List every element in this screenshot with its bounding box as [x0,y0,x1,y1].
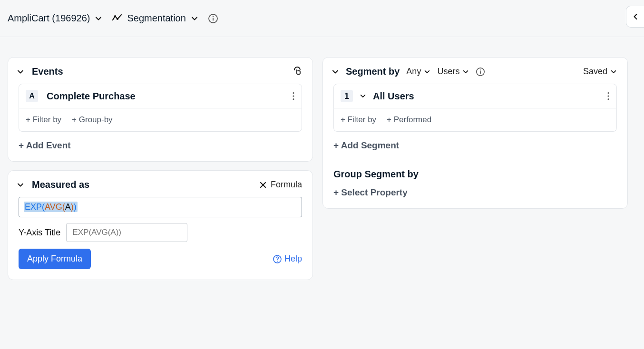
segment-filter-by-button[interactable]: + Filter by [341,115,376,125]
segment-title: Segment by [346,66,400,77]
segment-users-dropdown[interactable]: Users [437,67,469,77]
event-more-button[interactable] [292,92,295,100]
formula-input[interactable]: EXP(AVG(A)) [19,197,302,217]
performed-button[interactable]: + Performed [387,115,431,125]
select-property-button[interactable]: + Select Property [323,184,627,208]
measured-title: Measured as [32,179,89,190]
chevron-down-icon[interactable] [360,93,366,99]
svg-point-6 [293,95,294,97]
chevron-down-icon[interactable] [17,68,24,76]
formula-toggle-button[interactable]: Formula [259,180,302,190]
segment-filter-row: + Filter by + Performed [333,108,617,132]
segment-card: Segment by Any Users Saved [322,57,628,209]
segment-info-button[interactable] [476,67,485,77]
tap-icon [293,67,302,77]
project-label: AmpliCart (196926) [8,13,90,24]
segment-more-button[interactable] [607,92,610,100]
help-icon [273,255,282,263]
add-segment-button[interactable]: + Add Segment [323,132,627,161]
help-label: Help [284,254,302,264]
chevron-down-icon [424,68,430,75]
y-axis-title-label: Y-Axis Title [19,228,60,238]
svg-point-13 [607,92,609,94]
info-icon [208,13,218,24]
chart-type-selector[interactable]: Segmentation [112,13,198,24]
filter-by-button[interactable]: + Filter by [26,115,61,125]
apply-formula-button[interactable]: Apply Formula [19,249,91,269]
users-label: Users [437,67,459,77]
add-event-button[interactable]: + Add Event [8,132,312,161]
chevron-down-icon [462,68,469,75]
formula-token-avg: AVG( [45,202,65,212]
events-action-button[interactable] [293,67,302,77]
chevron-down-icon [191,15,198,22]
group-by-button[interactable]: + Group-by [72,115,113,125]
collapse-right-panel-button[interactable] [626,6,644,28]
svg-point-5 [293,92,294,94]
event-letter-badge: A [26,90,38,102]
segmentation-icon [112,13,122,24]
formula-label: Formula [271,180,302,190]
svg-point-1 [117,18,118,20]
topbar: AmpliCart (196926) Segmentation [0,0,644,37]
formula-token-close2: ) [74,202,77,212]
project-selector[interactable]: AmpliCart (196926) [8,13,102,24]
svg-point-14 [607,95,609,97]
svg-point-9 [277,261,278,262]
close-icon [259,181,267,189]
segment-number-badge: 1 [341,90,353,102]
event-filter-row: + Filter by + Group-by [19,108,302,132]
more-vertical-icon [607,92,610,100]
saved-segments-button[interactable]: Saved [583,67,617,77]
chevron-down-icon [95,15,102,22]
segment-name-label: All Users [373,91,414,102]
events-title: Events [32,66,63,77]
any-label: Any [406,67,421,77]
svg-point-11 [480,69,481,70]
svg-point-7 [293,98,294,100]
chevron-down-icon[interactable] [332,68,339,76]
events-card: Events A Complete Purchase [8,57,313,162]
content-area: Events A Complete Purchase [0,37,644,290]
event-row[interactable]: A Complete Purchase [19,84,302,108]
chevron-down-icon[interactable] [17,181,24,189]
chevron-left-icon [632,13,639,20]
group-segment-title: Group Segment by [323,161,627,184]
saved-label: Saved [583,67,607,77]
svg-point-3 [213,16,214,17]
measured-card: Measured as Formula EXP(AVG(A)) Y-Axis T… [8,170,313,280]
svg-point-0 [114,15,116,17]
segment-row[interactable]: 1 All Users [333,84,617,108]
event-name-label: Complete Purchase [47,91,136,102]
y-axis-title-input[interactable] [66,223,187,242]
formula-token-arg: A [65,202,71,212]
right-column: Segment by Any Users Saved [322,57,628,209]
help-link[interactable]: Help [273,254,302,264]
svg-rect-12 [480,71,481,73]
segment-any-dropdown[interactable]: Any [406,67,430,77]
left-column: Events A Complete Purchase [8,57,313,280]
info-button[interactable] [208,13,218,24]
svg-point-15 [607,98,609,100]
chevron-down-icon [610,68,617,75]
formula-token-exp: EXP( [25,202,45,212]
more-vertical-icon [292,92,295,100]
svg-rect-4 [213,18,214,20]
chart-type-label: Segmentation [127,13,185,24]
info-icon [476,67,485,77]
